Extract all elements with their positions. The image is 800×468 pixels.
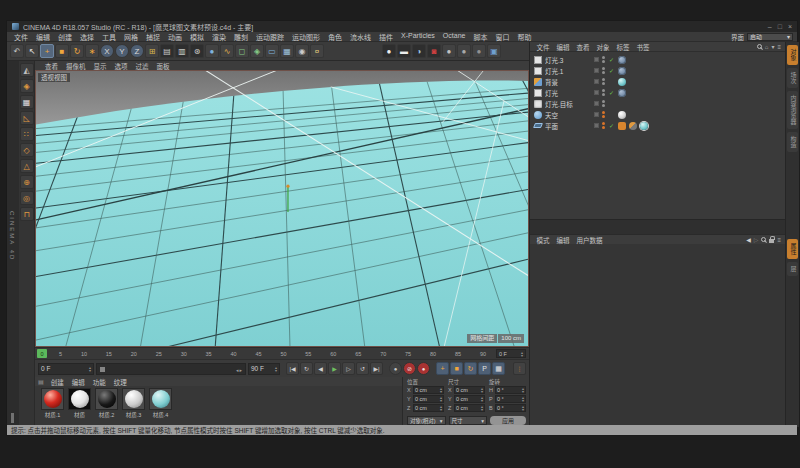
undo-icon[interactable]: ↶ bbox=[10, 44, 24, 58]
mat-cyan-tag[interactable] bbox=[618, 78, 626, 86]
apply-button[interactable]: 应用 bbox=[490, 416, 526, 425]
spinner-arrows-icon[interactable]: ▴▾ bbox=[440, 405, 442, 411]
last-tool-icon[interactable]: ∗ bbox=[85, 44, 99, 58]
material-swatch-0[interactable]: 材质.1 bbox=[40, 388, 65, 427]
coordinate-system-icon[interactable]: ⊞ bbox=[145, 44, 159, 58]
key-parameter-button[interactable]: P bbox=[478, 362, 491, 375]
goto-end-button[interactable]: ▶| bbox=[370, 362, 383, 375]
add-spline-icon[interactable]: ∿ bbox=[220, 44, 234, 58]
coordinate-field-旋转-H[interactable]: 0 °▴▾ bbox=[495, 386, 526, 394]
editor-visibility-dot[interactable] bbox=[602, 67, 605, 70]
material-swatch-4[interactable]: 材质.4 bbox=[148, 388, 173, 427]
material-swatch-3[interactable]: 材质.3 bbox=[121, 388, 146, 427]
menubar-item-17[interactable]: Octane bbox=[439, 32, 470, 42]
object-manager-menu-item-0[interactable]: 文件 bbox=[533, 42, 553, 52]
viewport-canvas[interactable]: 透视视图 网格间距 100 cm bbox=[35, 70, 529, 347]
panel-menu-icon[interactable]: ≡ bbox=[777, 237, 781, 243]
menubar-item-16[interactable]: X-Particles bbox=[397, 32, 439, 42]
layer-chip[interactable] bbox=[594, 123, 599, 128]
display-constant-icon[interactable]: ● bbox=[472, 44, 486, 58]
content-browser-icon[interactable]: ▣ bbox=[487, 44, 501, 58]
visibility-dots[interactable] bbox=[602, 56, 605, 63]
menubar-item-6[interactable]: 捕捉 bbox=[142, 32, 164, 42]
editor-visibility-dot[interactable] bbox=[602, 111, 605, 114]
object-row-0[interactable]: 灯光.3✓ bbox=[530, 54, 785, 65]
object-manager-menu-item-4[interactable]: 标签 bbox=[613, 42, 633, 52]
material-swatch-1[interactable]: 材质 bbox=[67, 388, 92, 427]
spinner-arrows-icon[interactable]: ▴▾ bbox=[481, 405, 483, 411]
menubar-item-5[interactable]: 网格 bbox=[120, 32, 142, 42]
material-menu-item-2[interactable]: 功能 bbox=[89, 377, 110, 387]
viewport-filter-icon[interactable]: ◎ bbox=[20, 191, 34, 205]
object-manager-menu-item-1[interactable]: 编辑 bbox=[553, 42, 573, 52]
display-default-icon[interactable]: ● bbox=[382, 44, 396, 58]
coordinate-field-位置-X[interactable]: 0 cm▴▾ bbox=[413, 386, 444, 394]
spinner-arrows-icon[interactable]: ▴▾ bbox=[522, 396, 524, 402]
dock-tab-lower-0[interactable]: 属性 bbox=[787, 239, 798, 259]
orange-tag[interactable] bbox=[618, 122, 626, 130]
phong-tag[interactable] bbox=[629, 122, 637, 130]
layer-chip[interactable] bbox=[594, 68, 599, 73]
add-camera-icon[interactable]: ◉ bbox=[295, 44, 309, 58]
search-icon[interactable] bbox=[757, 44, 762, 49]
live-selection-icon[interactable]: ↖ bbox=[25, 44, 39, 58]
viewport-menu-item-1[interactable]: 摄像机 bbox=[62, 61, 90, 71]
menubar-item-19[interactable]: 窗口 bbox=[491, 32, 513, 42]
enabled-check-icon[interactable]: ✓ bbox=[608, 89, 615, 96]
object-row-1[interactable]: 灯光.1✓ bbox=[530, 65, 785, 76]
layer-chip[interactable] bbox=[594, 57, 599, 62]
render-visibility-dot[interactable] bbox=[602, 93, 605, 96]
menubar-item-15[interactable]: 插件 bbox=[375, 32, 397, 42]
editor-visibility-dot[interactable] bbox=[602, 89, 605, 92]
render-visibility-dot[interactable] bbox=[602, 60, 605, 63]
model-mode-icon[interactable]: ◈ bbox=[20, 79, 34, 93]
material-menu-item-0[interactable]: 创建 bbox=[47, 377, 68, 387]
visibility-dots[interactable] bbox=[602, 100, 605, 107]
viewport-menu-item-5[interactable]: 面板 bbox=[153, 61, 174, 71]
menubar-item-20[interactable]: 帮助 bbox=[513, 32, 535, 42]
spinner-arrows-icon[interactable]: ▴▾ bbox=[481, 396, 483, 402]
editor-visibility-dot[interactable] bbox=[602, 56, 605, 59]
menubar-item-3[interactable]: 选择 bbox=[76, 32, 98, 42]
visibility-dots[interactable] bbox=[602, 111, 605, 118]
render-visibility-dot[interactable] bbox=[602, 126, 605, 129]
home-icon[interactable]: ⌂ bbox=[765, 44, 769, 50]
menubar-item-7[interactable]: 动画 bbox=[164, 32, 186, 42]
end-frame-field[interactable]: 90 F ▴▾ bbox=[248, 363, 280, 375]
visibility-dots[interactable] bbox=[602, 78, 605, 85]
menubar-item-4[interactable]: 工具 bbox=[98, 32, 120, 42]
coordinate-field-位置-Z[interactable]: 0 cm▴▾ bbox=[413, 404, 444, 412]
display-region-icon[interactable]: ▬ bbox=[397, 44, 411, 58]
add-primitive-icon[interactable]: ● bbox=[205, 44, 219, 58]
key-pla-button[interactable]: ▦ bbox=[492, 362, 505, 375]
attribute-manager-tab-2[interactable]: 用户数据 bbox=[573, 235, 606, 245]
coordinate-field-尺寸-X[interactable]: 0 cm▴▾ bbox=[454, 386, 485, 394]
spinner-arrows-icon[interactable]: ▴▾ bbox=[440, 387, 442, 393]
next-frame-button[interactable]: ▷ bbox=[342, 362, 355, 375]
workplane-mode-icon[interactable]: ◺ bbox=[20, 111, 34, 125]
rotate-tool-icon[interactable]: ↻ bbox=[70, 44, 84, 58]
range-handle[interactable] bbox=[100, 367, 105, 372]
timeline-ruler[interactable]: 0 51015202530354045505560657075808590 0 … bbox=[35, 347, 529, 359]
autokeying-button[interactable]: ⊘ bbox=[403, 362, 416, 375]
attribute-manager-tab-0[interactable]: 模式 bbox=[533, 235, 553, 245]
enabled-check-icon[interactable]: ✓ bbox=[608, 122, 615, 129]
materials-scrollbar[interactable] bbox=[11, 413, 14, 423]
target-tag[interactable] bbox=[618, 67, 626, 75]
play-preview-button[interactable]: ↻ bbox=[300, 362, 313, 375]
previous-frame-button[interactable]: ◀ bbox=[314, 362, 327, 375]
search-icon[interactable] bbox=[761, 237, 766, 242]
add-generator-icon[interactable]: ◻ bbox=[235, 44, 249, 58]
coordinate-field-位置-Y[interactable]: 0 cm▴▾ bbox=[413, 395, 444, 403]
lock-icon[interactable] bbox=[769, 239, 774, 243]
target-tag[interactable] bbox=[618, 56, 626, 64]
editor-visibility-dot[interactable] bbox=[602, 78, 605, 81]
menubar-item-8[interactable]: 模拟 bbox=[186, 32, 208, 42]
object-row-4[interactable]: 灯光.目标 bbox=[530, 98, 785, 109]
viewport-menu-item-4[interactable]: 过滤 bbox=[132, 61, 153, 71]
display-half-icon[interactable]: ◑ bbox=[412, 44, 426, 58]
minimize-button[interactable]: – bbox=[768, 23, 772, 30]
spinner-arrows-icon[interactable]: ▴▾ bbox=[522, 405, 524, 411]
mat-white-tag[interactable] bbox=[618, 111, 626, 119]
points-mode-icon[interactable]: ∷ bbox=[20, 127, 34, 141]
